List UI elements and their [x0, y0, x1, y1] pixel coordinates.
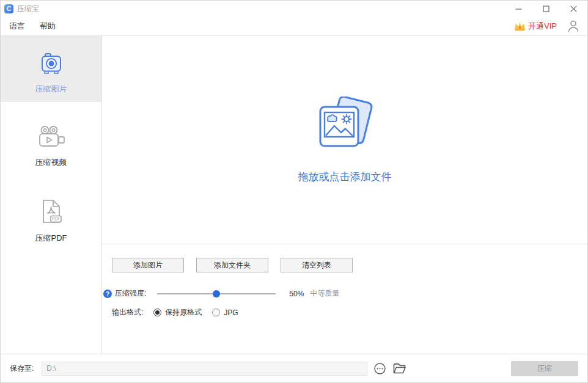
slider-thumb[interactable] — [213, 290, 220, 297]
list-actions-row: 添加图片 添加文件夹 清空列表 — [102, 258, 587, 272]
photos-icon — [312, 97, 377, 156]
menu-help[interactable]: 帮助 — [40, 21, 56, 32]
add-images-button[interactable]: 添加图片 — [112, 258, 184, 272]
menubar-right: 开通VIP — [513, 20, 579, 32]
menu-bar: 语言 帮助 开通VIP — [1, 16, 587, 36]
add-folder-button[interactable]: 添加文件夹 — [196, 258, 268, 272]
sidebar-item-compress-video[interactable]: 压缩视频 — [1, 111, 101, 175]
sidebar-item-compress-image[interactable]: 压缩图片 — [1, 36, 101, 102]
open-folder-button[interactable] — [392, 362, 406, 374]
crown-icon — [513, 21, 526, 32]
radio-selected-icon — [153, 308, 161, 316]
camera-icon — [38, 51, 65, 75]
browse-path-button[interactable] — [374, 363, 386, 374]
output-format-label: 输出格式: — [112, 307, 143, 318]
close-button[interactable] — [560, 1, 587, 16]
file-drop-zone[interactable]: 拖放或点击添加文件 — [102, 36, 587, 244]
strength-slider[interactable] — [157, 293, 276, 294]
main-panel: 拖放或点击添加文件 添加图片 添加文件夹 清空列表 ? 压缩强度: — [102, 36, 587, 354]
bottom-bar: 保存至: 压缩 — [1, 354, 587, 382]
save-to-label: 保存至: — [10, 363, 34, 374]
clear-list-button[interactable]: 清空列表 — [281, 258, 353, 272]
sidebar-item-label: 压缩视频 — [35, 157, 67, 168]
drop-hint-text: 拖放或点击添加文件 — [298, 170, 392, 184]
strength-label: 压缩强度: — [115, 288, 146, 299]
radio-unselected-icon — [212, 308, 220, 316]
output-format-row: 输出格式: 保持原格式 JPG — [102, 307, 587, 318]
close-icon — [570, 5, 577, 12]
person-icon — [568, 20, 579, 32]
pdf-file-icon: PDF — [39, 199, 64, 224]
window-controls — [505, 1, 587, 16]
maximize-icon — [543, 5, 549, 12]
radio-keep-original-format[interactable]: 保持原格式 — [153, 307, 202, 318]
quality-text: 中等质量 — [310, 288, 339, 299]
sidebar-item-label: 压缩PDF — [35, 233, 67, 244]
folder-icon — [392, 362, 406, 374]
compression-strength-row: ? 压缩强度: 50% 中等质量 — [102, 288, 587, 299]
menu-language[interactable]: 语言 — [9, 21, 25, 32]
compress-button[interactable]: 压缩 — [511, 361, 578, 376]
question-icon: ? — [103, 290, 112, 298]
save-path-input[interactable] — [42, 362, 367, 376]
sidebar-item-label: 压缩图片 — [35, 84, 67, 95]
controls-panel: 添加图片 添加文件夹 清空列表 ? 压缩强度: 50% — [102, 244, 587, 354]
radio-option-label: 保持原格式 — [165, 307, 202, 318]
title-bar: C 压缩宝 — [1, 1, 587, 16]
open-vip-button[interactable]: 开通VIP — [513, 21, 557, 32]
app-window: C 压缩宝 语言 帮助 — [0, 0, 588, 383]
radio-option-label: JPG — [224, 308, 238, 317]
minimize-icon — [515, 5, 522, 12]
ellipsis-icon — [374, 363, 386, 374]
strength-value: 50% — [289, 290, 304, 298]
sidebar-item-compress-pdf[interactable]: PDF 压缩PDF — [1, 184, 101, 251]
radio-jpg-format[interactable]: JPG — [212, 308, 238, 317]
window-body: 压缩图片 压缩视频 — [1, 36, 587, 354]
video-camera-icon — [37, 125, 65, 148]
help-button[interactable]: ? — [103, 290, 112, 298]
minimize-button[interactable] — [505, 1, 532, 16]
app-logo-icon: C — [4, 4, 13, 13]
maximize-button[interactable] — [532, 1, 560, 16]
window-title: 压缩宝 — [17, 4, 39, 14]
svg-text:?: ? — [106, 290, 109, 297]
sidebar: 压缩图片 压缩视频 — [1, 36, 102, 354]
account-button[interactable] — [568, 20, 579, 32]
svg-text:PDF: PDF — [52, 217, 60, 221]
open-vip-label: 开通VIP — [528, 21, 557, 32]
